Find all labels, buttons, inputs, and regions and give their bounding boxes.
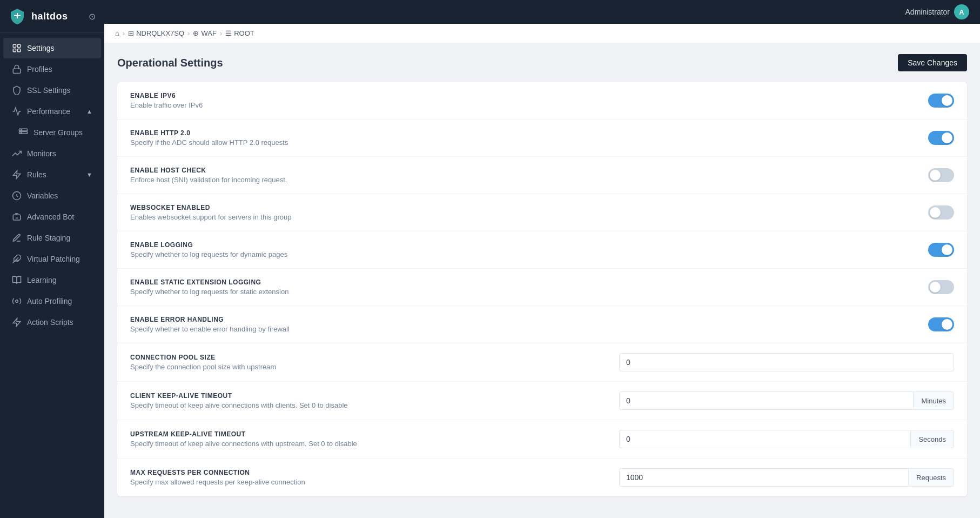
setting-info-enable-ipv6: ENABLE IPV6Enable traffic over IPv6 <box>130 92 917 109</box>
breadcrumb-sep-1: › <box>123 29 125 37</box>
setting-info-enable-logging: ENABLE LOGGINGSpecify whether to log req… <box>130 241 917 258</box>
svg-rect-4 <box>13 69 21 73</box>
sidebar-item-virtual-patching-label: Virtual Patching <box>27 255 80 263</box>
monitors-icon <box>12 149 22 158</box>
setting-info-upstream-keepalive-timeout: UPSTREAM KEEP-ALIVE TIMEOUTSpecify timeo… <box>130 430 608 448</box>
setting-control-client-keepalive-timeout[interactable]: Minutes <box>619 391 954 410</box>
setting-info-client-keepalive-timeout: CLIENT KEEP-ALIVE TIMEOUTSpecify timeout… <box>130 392 608 409</box>
shield-bc-icon: ⊕ <box>193 29 199 37</box>
main-wrapper: Administrator A ⌂ › ⊞ NDRQLKX7SQ › ⊕ WAF… <box>104 0 980 518</box>
toggle-enable-http2[interactable] <box>928 131 954 145</box>
settings-icon[interactable]: ⊙ <box>89 11 96 22</box>
setting-control-websocket-enabled[interactable] <box>928 205 954 220</box>
setting-label-enable-host-check: ENABLE HOST CHECK <box>130 167 917 174</box>
input-unit-upstream-keepalive-timeout: Seconds <box>910 430 954 448</box>
setting-desc-max-requests-per-connection: Specify max allowed requests per keep-al… <box>130 478 608 486</box>
setting-info-enable-error-handling: ENABLE ERROR HANDLINGSpecify whether to … <box>130 316 917 333</box>
setting-row-websocket-enabled: WEBSOCKET ENABLEDEnables websocket suppo… <box>117 194 967 231</box>
toggle-thumb-enable-error-handling <box>942 319 952 330</box>
input-connection-pool-size[interactable] <box>619 353 954 371</box>
setting-control-enable-host-check[interactable] <box>928 168 954 182</box>
setting-control-enable-error-handling[interactable] <box>928 317 954 331</box>
setting-info-connection-pool-size: CONNECTION POOL SIZESpecify the connecti… <box>130 354 608 371</box>
performance-chevron: ▲ <box>86 108 92 115</box>
grid-icon <box>12 43 22 53</box>
breadcrumb-root[interactable]: ☰ ROOT <box>225 29 254 37</box>
sidebar-item-rule-staging[interactable]: Rule Staging <box>3 228 101 248</box>
sidebar-item-ssl[interactable]: SSL Settings <box>3 80 101 101</box>
page-title: Operational Settings <box>117 57 223 69</box>
sidebar-nav: Settings Profiles SSL Settings Performan… <box>0 33 104 518</box>
toggle-thumb-websocket-enabled <box>930 207 941 218</box>
setting-label-connection-pool-size: CONNECTION POOL SIZE <box>130 354 608 361</box>
input-wrap-client-keepalive-timeout: Minutes <box>619 391 954 410</box>
toggle-enable-error-handling[interactable] <box>928 317 954 331</box>
breadcrumb-node[interactable]: ⊞ NDRQLKX7SQ <box>128 29 184 37</box>
toggle-enable-host-check[interactable] <box>928 168 954 182</box>
logo-container: haltdos ⊙ <box>0 0 104 33</box>
sidebar-item-rule-staging-label: Rule Staging <box>27 234 70 242</box>
input-upstream-keepalive-timeout[interactable] <box>619 430 910 448</box>
input-max-requests-per-connection[interactable] <box>619 468 908 487</box>
setting-row-enable-static-ext-logging: ENABLE STATIC EXTENSION LOGGINGSpecify w… <box>117 269 967 306</box>
sidebar-item-profiles[interactable]: Profiles <box>3 59 101 79</box>
input-client-keepalive-timeout[interactable] <box>619 391 913 410</box>
auto-profiling-icon <box>12 296 22 306</box>
toggle-thumb-enable-logging <box>942 244 952 255</box>
sidebar-item-monitors-label: Monitors <box>27 149 56 158</box>
sidebar-item-virtual-patching[interactable]: Virtual Patching <box>3 249 101 269</box>
sidebar-item-action-scripts[interactable]: Action Scripts <box>3 312 101 333</box>
setting-row-enable-error-handling: ENABLE ERROR HANDLINGSpecify whether to … <box>117 306 967 343</box>
sidebar-item-variables[interactable]: Variables <box>3 185 101 206</box>
save-changes-button[interactable]: Save Changes <box>898 54 967 71</box>
setting-info-max-requests-per-connection: MAX REQUESTS PER CONNECTIONSpecify max a… <box>130 469 608 486</box>
setting-control-enable-static-ext-logging[interactable] <box>928 280 954 294</box>
toggle-thumb-enable-ipv6 <box>942 95 952 106</box>
setting-info-websocket-enabled: WEBSOCKET ENABLEDEnables websocket suppo… <box>130 204 917 221</box>
sidebar-item-auto-profiling[interactable]: Auto Profiling <box>3 291 101 311</box>
setting-row-enable-http2: ENABLE HTTP 2.0Specify if the ADC should… <box>117 119 967 157</box>
setting-desc-websocket-enabled: Enables websocket support for servers in… <box>130 213 917 221</box>
sidebar-item-server-groups[interactable]: Server Groups <box>3 122 101 143</box>
setting-row-enable-ipv6: ENABLE IPV6Enable traffic over IPv6 <box>117 82 967 119</box>
toggle-enable-static-ext-logging[interactable] <box>928 280 954 294</box>
file-bc-icon: ☰ <box>225 29 232 37</box>
setting-row-upstream-keepalive-timeout: UPSTREAM KEEP-ALIVE TIMEOUTSpecify timeo… <box>117 420 967 459</box>
haltdos-logo-icon <box>9 8 26 25</box>
avatar: A <box>954 4 969 19</box>
setting-control-enable-ipv6[interactable] <box>928 94 954 108</box>
sidebar: haltdos ⊙ Settings Profiles SSL Settings <box>0 0 104 518</box>
sidebar-item-performance[interactable]: Performance ▲ <box>3 101 101 122</box>
setting-desc-enable-host-check: Enforce host (SNI) validation for incomi… <box>130 176 917 184</box>
sidebar-item-rules[interactable]: Rules ▼ <box>3 164 101 185</box>
toggle-websocket-enabled[interactable] <box>928 205 954 220</box>
setting-label-client-keepalive-timeout: CLIENT KEEP-ALIVE TIMEOUT <box>130 392 608 400</box>
setting-control-upstream-keepalive-timeout[interactable]: Seconds <box>619 430 954 448</box>
setting-row-enable-logging: ENABLE LOGGINGSpecify whether to log req… <box>117 231 967 269</box>
sidebar-item-variables-label: Variables <box>27 191 58 200</box>
toggle-enable-ipv6[interactable] <box>928 94 954 108</box>
sidebar-item-action-scripts-label: Action Scripts <box>27 318 73 327</box>
sidebar-item-learning[interactable]: Learning <box>3 270 101 290</box>
sidebar-item-profiles-label: Profiles <box>27 65 52 74</box>
breadcrumb-waf[interactable]: ⊕ WAF <box>193 29 216 37</box>
svg-rect-2 <box>13 49 16 52</box>
sidebar-item-ssl-label: SSL Settings <box>27 86 70 95</box>
toggle-thumb-enable-http2 <box>942 132 952 143</box>
breadcrumb-home[interactable]: ⌂ <box>115 29 119 37</box>
sidebar-item-settings[interactable]: Settings <box>3 38 101 58</box>
svg-point-8 <box>21 132 22 134</box>
toggle-enable-logging[interactable] <box>928 243 954 257</box>
setting-control-connection-pool-size[interactable] <box>619 353 954 371</box>
setting-info-enable-host-check: ENABLE HOST CHECKEnforce host (SNI) vali… <box>130 167 917 184</box>
settings-card: ENABLE IPV6Enable traffic over IPv6ENABL… <box>117 82 967 496</box>
setting-control-max-requests-per-connection[interactable]: Requests <box>619 468 954 487</box>
setting-row-enable-host-check: ENABLE HOST CHECKEnforce host (SNI) vali… <box>117 157 967 194</box>
setting-label-upstream-keepalive-timeout: UPSTREAM KEEP-ALIVE TIMEOUT <box>130 430 608 438</box>
sidebar-item-advanced-bot[interactable]: Advanced Bot <box>3 207 101 227</box>
setting-control-enable-http2[interactable] <box>928 131 954 145</box>
setting-control-enable-logging[interactable] <box>928 243 954 257</box>
setting-label-enable-static-ext-logging: ENABLE STATIC EXTENSION LOGGING <box>130 278 917 286</box>
ssl-icon <box>12 85 22 95</box>
sidebar-item-monitors[interactable]: Monitors <box>3 143 101 164</box>
